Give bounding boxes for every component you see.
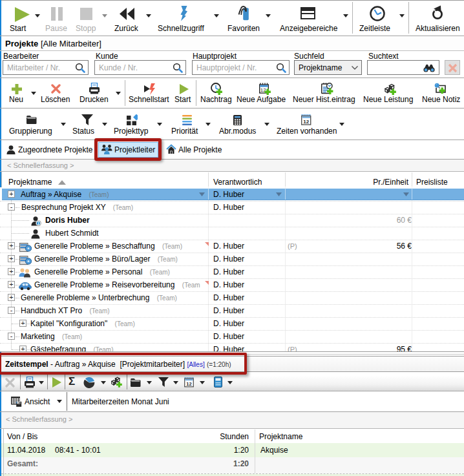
svg-text:12: 12 xyxy=(303,119,309,125)
svg-text:12: 12 xyxy=(186,381,191,387)
